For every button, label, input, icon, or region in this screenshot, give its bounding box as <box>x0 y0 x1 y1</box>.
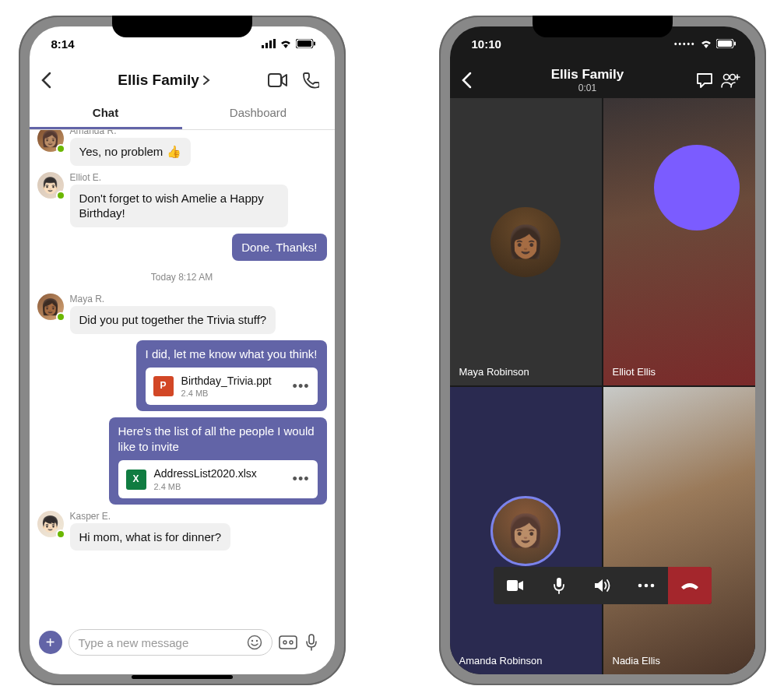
more-options-button[interactable] <box>624 567 668 604</box>
video-feed <box>603 387 755 674</box>
status-time: 10:10 <box>472 37 519 51</box>
message-text: I did, let me know what you think! <box>146 346 318 362</box>
message-list[interactable]: 👩🏽 Amanda R. Yes, no problem 👍 👨🏻 Elliot… <box>30 130 335 621</box>
battery-icon <box>716 39 737 48</box>
message-bubble[interactable]: Yes, no problem 👍 <box>70 138 191 166</box>
message-row: Done. Thanks! <box>37 234 327 262</box>
attach-plus-button[interactable]: + <box>39 631 62 654</box>
chat-header: Ellis Family <box>30 61 335 98</box>
presence-icon <box>56 529 65 539</box>
svg-point-18 <box>723 75 729 80</box>
home-indicator <box>132 675 233 679</box>
file-more-button[interactable]: ••• <box>293 470 310 488</box>
avatar[interactable]: 👦🏻 <box>37 511 64 537</box>
video-button[interactable] <box>265 67 291 93</box>
file-name: Birthday_Trivia.ppt <box>181 374 285 388</box>
message-bubble[interactable]: Hi mom, what is for dinner? <box>70 523 231 551</box>
svg-rect-3 <box>273 39 276 48</box>
excel-icon: X <box>126 470 146 490</box>
tabs: Chat Dashboard <box>30 98 335 130</box>
message-text: Here's the list of all the people I woul… <box>118 424 318 454</box>
message-bubble[interactable]: Here's the list of all the people I woul… <box>109 417 327 504</box>
powerpoint-icon: P <box>153 376 174 396</box>
voice-message-icon[interactable] <box>305 634 325 651</box>
message-input[interactable]: Type a new message <box>69 629 272 656</box>
participant-tile[interactable]: Nadia Ellis <box>603 387 755 674</box>
battery-icon <box>296 39 316 48</box>
svg-point-23 <box>644 584 648 588</box>
toggle-camera-button[interactable] <box>494 567 537 604</box>
phone-chat: 8:14 Ellis Family <box>19 16 346 685</box>
back-button[interactable] <box>40 72 64 89</box>
message-row: I did, let me know what you think! P Bir… <box>37 340 327 412</box>
file-name: AddressList2020.xlsx <box>154 466 285 480</box>
avatar[interactable]: 👩🏾 <box>37 294 64 320</box>
svg-rect-7 <box>269 74 281 86</box>
participant-name: Nadia Ellis <box>613 655 660 667</box>
svg-point-13 <box>290 641 293 644</box>
signal-icon <box>262 39 276 48</box>
sender-name: Elliot E. <box>70 172 288 183</box>
add-participant-button[interactable] <box>718 67 744 93</box>
svg-rect-17 <box>734 42 736 46</box>
svg-point-22 <box>638 584 642 588</box>
wifi-icon <box>279 39 292 48</box>
file-size: 2.4 MB <box>181 388 285 399</box>
call-title: Ellis Family <box>484 67 691 83</box>
tab-dashboard[interactable]: Dashboard <box>182 98 335 129</box>
message-row: 👦🏻 Kasper E. Hi mom, what is for dinner? <box>37 511 327 551</box>
signal-dots-icon: ••••• <box>674 40 696 48</box>
avatar[interactable]: 👩🏽 <box>37 130 64 152</box>
message-bubble[interactable]: Did you put together the Trivia stuff? <box>70 306 276 334</box>
gif-camera-icon[interactable] <box>279 635 299 649</box>
participant-name: Elliot Ellis <box>613 366 656 378</box>
avatar[interactable]: 👨🏻 <box>37 172 64 199</box>
hangup-button[interactable] <box>668 567 712 604</box>
message-bubble[interactable]: Don't forget to wish Amelie a Happy Birt… <box>70 185 288 227</box>
participant-tile[interactable]: 👩🏽 Amanda Robinson <box>450 387 602 674</box>
svg-point-12 <box>283 641 287 644</box>
call-header: Ellis Family 0:01 <box>450 61 755 98</box>
svg-point-9 <box>251 640 252 642</box>
speaker-button[interactable] <box>581 567 624 604</box>
svg-point-10 <box>255 640 257 642</box>
avatar: 👩🏽 <box>490 496 561 566</box>
participant-name: Amanda Robinson <box>459 655 543 667</box>
svg-rect-14 <box>309 635 314 644</box>
participant-tile[interactable]: 👩🏾 Maya Robinson <box>450 98 602 385</box>
action-indicator-icon <box>654 145 740 230</box>
chat-title[interactable]: Ellis Family <box>70 72 258 89</box>
sender-name: Maya R. <box>70 294 276 304</box>
tab-chat[interactable]: Chat <box>30 98 182 129</box>
message-bubble[interactable]: I did, let me know what you think! P Bir… <box>136 340 327 412</box>
svg-rect-0 <box>262 45 264 48</box>
back-button[interactable] <box>461 72 484 89</box>
participant-tile[interactable]: Elliot Ellis <box>603 98 755 385</box>
toggle-mic-button[interactable] <box>537 567 581 604</box>
notch <box>112 16 252 37</box>
emoji-icon[interactable] <box>247 635 262 650</box>
chat-title-text: Ellis Family <box>118 72 199 89</box>
video-feed <box>603 98 755 385</box>
open-chat-button[interactable] <box>691 67 718 93</box>
presence-icon <box>56 191 65 200</box>
svg-rect-6 <box>314 42 315 46</box>
composer: + Type a new message <box>30 621 335 674</box>
attachment-card[interactable]: X AddressList2020.xlsx 2.4 MB ••• <box>118 460 318 498</box>
notch <box>533 16 673 37</box>
attachment-card[interactable]: P Birthday_Trivia.ppt 2.4 MB ••• <box>146 368 318 405</box>
call-toolbar <box>494 567 712 604</box>
wifi-icon <box>700 39 712 48</box>
time-divider: Today 8:12 AM <box>37 272 327 283</box>
svg-point-24 <box>650 584 654 588</box>
svg-rect-16 <box>718 40 732 47</box>
file-more-button[interactable]: ••• <box>293 378 310 396</box>
chevron-right-icon <box>202 75 210 86</box>
svg-point-8 <box>248 636 261 649</box>
sender-name: Amanda R. <box>70 130 191 136</box>
presence-icon <box>56 144 65 153</box>
audio-call-button[interactable] <box>297 67 324 93</box>
status-time: 8:14 <box>51 37 98 51</box>
message-bubble[interactable]: Done. Thanks! <box>232 234 326 262</box>
message-row: 👩🏽 Amanda R. Yes, no problem 👍 <box>37 130 327 166</box>
